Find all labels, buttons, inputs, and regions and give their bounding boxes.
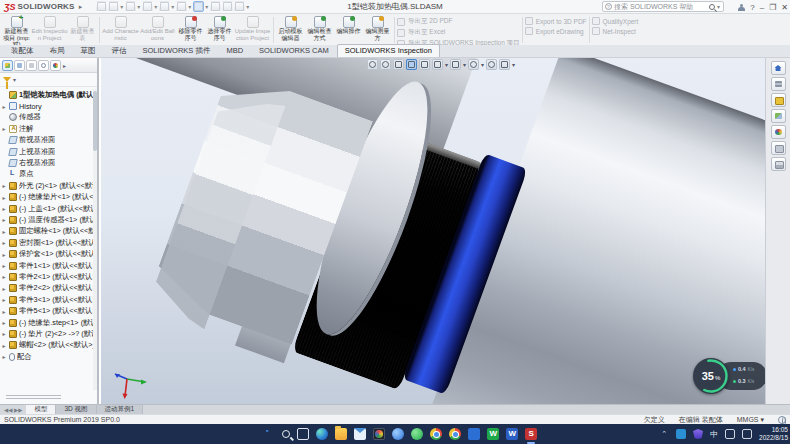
restore-button[interactable]: ❐ bbox=[769, 3, 776, 12]
tab-sketch[interactable]: 草图 bbox=[73, 44, 104, 57]
edit-measurement-button[interactable]: 编辑测量方 bbox=[363, 15, 392, 45]
tree-item[interactable]: ▸零件1<1> (默认<<默认>_显示状 bbox=[0, 260, 93, 271]
edit-operation-button[interactable]: 编辑操作 bbox=[334, 15, 363, 45]
tree-item[interactable]: ▸配合 bbox=[0, 351, 93, 362]
start-icon[interactable] bbox=[266, 430, 271, 435]
search-dropdown-icon[interactable]: ▾ bbox=[717, 3, 720, 10]
displaymanager-icon[interactable] bbox=[50, 60, 61, 71]
expand-arrow[interactable]: ▸ bbox=[1, 251, 7, 258]
network-icon[interactable] bbox=[725, 429, 735, 439]
minimize-button[interactable]: – bbox=[760, 3, 764, 12]
tree-item[interactable]: ▸(-) 绝缘垫.step<1> (默认<<默认 bbox=[0, 317, 93, 328]
tree-item[interactable]: ▸零件3<1> (默认<<默认>_显示状 bbox=[0, 294, 93, 305]
tree-item[interactable]: 传感器 bbox=[0, 112, 93, 123]
dynamic-annotation-icon[interactable] bbox=[419, 59, 430, 70]
taskbar-clock[interactable]: 16:05 2022/8/15 bbox=[759, 426, 788, 442]
edit-inspection-method-button[interactable]: 编辑检查方式 bbox=[305, 15, 334, 45]
tab-motion-study-1[interactable]: 运动算例1 bbox=[97, 405, 144, 414]
undo-dropdown-icon[interactable]: ▾ bbox=[188, 3, 191, 10]
tree-item[interactable]: ▸密封圈<1> (默认<<默认>_显示状 bbox=[0, 237, 93, 248]
propertymanager-icon[interactable] bbox=[14, 60, 25, 71]
expand-arrow[interactable]: ▸ bbox=[1, 125, 7, 132]
select-dropdown-icon[interactable]: ▾ bbox=[205, 3, 208, 10]
new-dropdown-icon[interactable]: ▾ bbox=[120, 3, 123, 10]
units-selector[interactable]: MMGS ▾ bbox=[737, 416, 764, 424]
help-button[interactable]: ? bbox=[750, 3, 754, 12]
panel-tab-overflow-icon[interactable]: ▸ bbox=[63, 62, 66, 69]
tab-evaluate[interactable]: 评估 bbox=[104, 44, 135, 57]
hide-show-dropdown-icon[interactable]: ▾ bbox=[481, 61, 484, 68]
expand-arrow[interactable]: ▸ bbox=[1, 330, 7, 337]
select-cursor-icon[interactable] bbox=[193, 1, 204, 12]
hide-show-items-icon[interactable] bbox=[468, 59, 479, 70]
tree-item[interactable]: 上视基准面 bbox=[0, 146, 93, 157]
speed-monitor-widget[interactable]: 35% 0.4K/s 0.3K/s bbox=[693, 358, 765, 394]
search-icon[interactable] bbox=[282, 430, 290, 438]
mail-icon[interactable] bbox=[354, 428, 366, 440]
new-inspection-project-button[interactable]: 新建检查项目 (imp:对) bbox=[2, 15, 31, 45]
previous-view-icon[interactable] bbox=[393, 59, 404, 70]
menu-expand-arrow-icon[interactable]: ▸ bbox=[79, 3, 83, 11]
undo-icon[interactable] bbox=[176, 1, 187, 12]
display-style-dropdown-icon[interactable]: ▾ bbox=[463, 61, 466, 68]
home-icon[interactable] bbox=[96, 1, 107, 12]
solidworks-resources-icon[interactable] bbox=[771, 61, 786, 75]
expand-arrow[interactable]: ▸ bbox=[1, 285, 7, 292]
login-icon[interactable] bbox=[738, 4, 745, 11]
tree-item[interactable]: ▸History bbox=[0, 100, 93, 111]
configurationmanager-icon[interactable] bbox=[26, 60, 37, 71]
expand-arrow[interactable]: ▸ bbox=[1, 103, 7, 110]
view-settings-icon[interactable] bbox=[499, 59, 510, 70]
task-view-icon[interactable] bbox=[297, 428, 309, 440]
tab-addins[interactable]: SOLIDWORKS 插件 bbox=[135, 44, 219, 57]
tree-item[interactable]: ▸(-) 温度传感器<1> (默认<<默认>_ bbox=[0, 214, 93, 225]
tab-model[interactable]: 模型 bbox=[26, 405, 56, 414]
rebuild-icon[interactable] bbox=[210, 1, 221, 12]
expand-arrow[interactable]: ▸ bbox=[1, 228, 7, 235]
ime-indicator[interactable]: 中 bbox=[710, 429, 718, 440]
tree-item[interactable]: 右视基准面 bbox=[0, 157, 93, 168]
wps-icon[interactable] bbox=[487, 428, 499, 440]
options-dropdown-icon[interactable]: ▾ bbox=[246, 3, 249, 10]
tree-item[interactable]: ▸(-) 绝缘垫片<1> (默认<<默认>_显 bbox=[0, 192, 93, 203]
tab-nav-arrows[interactable]: ◀◀ ▶▶ bbox=[0, 405, 26, 414]
expand-arrow[interactable]: ▸ bbox=[1, 308, 7, 315]
tab-3d-views[interactable]: 3D 视图 bbox=[56, 405, 96, 414]
view-orientation-icon[interactable] bbox=[432, 59, 443, 70]
zoom-area-icon[interactable] bbox=[380, 59, 391, 70]
file-explorer-icon[interactable] bbox=[335, 428, 347, 440]
tree-item[interactable]: 原点 bbox=[0, 169, 93, 180]
expand-arrow[interactable]: ▸ bbox=[1, 273, 7, 280]
expand-arrow[interactable]: ▸ bbox=[1, 319, 7, 326]
filter-icon[interactable] bbox=[3, 77, 11, 82]
edit-appearance-icon[interactable] bbox=[486, 59, 497, 70]
tab-solidworks-cam[interactable]: SOLIDWORKS CAM bbox=[251, 44, 337, 57]
browser-icon[interactable] bbox=[449, 428, 461, 440]
tree-root[interactable]: 1型铠装加热电偶 (默认<默认_显示状态-1 bbox=[0, 89, 93, 100]
expand-arrow[interactable]: ▸ bbox=[1, 194, 7, 201]
expand-arrow[interactable]: ▸ bbox=[1, 262, 7, 269]
dimxpertmanager-icon[interactable] bbox=[38, 60, 49, 71]
new-document-icon[interactable] bbox=[108, 1, 119, 12]
section-view-icon[interactable] bbox=[406, 59, 417, 70]
appearances-scenes-icon[interactable] bbox=[771, 125, 786, 139]
expand-arrow[interactable]: ▸ bbox=[1, 205, 7, 212]
save-icon[interactable] bbox=[142, 1, 153, 12]
volume-icon[interactable] bbox=[742, 429, 752, 439]
open-dropdown-icon[interactable]: ▾ bbox=[137, 3, 140, 10]
view-settings-dropdown-icon[interactable]: ▾ bbox=[512, 61, 515, 68]
tree-item[interactable]: ▸零件2<1> (默认<<默认>_显示状 bbox=[0, 271, 93, 282]
viewports-icon[interactable] bbox=[222, 1, 233, 12]
search-help-box[interactable]: ? 搜索 SOLIDWORKS 帮助 ▾ bbox=[602, 1, 724, 12]
onedrive-icon[interactable] bbox=[676, 429, 686, 439]
save-dropdown-icon[interactable]: ▾ bbox=[154, 3, 157, 10]
tree-item[interactable]: 前视基准面 bbox=[0, 135, 93, 146]
open-icon[interactable] bbox=[125, 1, 136, 12]
tree-item[interactable]: ▸外壳 (2)<1> (默认<<默认>_显示状 bbox=[0, 180, 93, 191]
close-button[interactable]: ✕ bbox=[781, 3, 788, 12]
green-app-icon[interactable] bbox=[411, 428, 423, 440]
graphics-viewport[interactable]: ▾ ▾ ▾ ▾ bbox=[101, 58, 765, 404]
blue-doc-app-icon[interactable] bbox=[468, 428, 480, 440]
print-dropdown-icon[interactable]: ▾ bbox=[171, 3, 174, 10]
tree-item[interactable]: ▸保护套<1> (默认<<默认>_显示状 bbox=[0, 248, 93, 259]
